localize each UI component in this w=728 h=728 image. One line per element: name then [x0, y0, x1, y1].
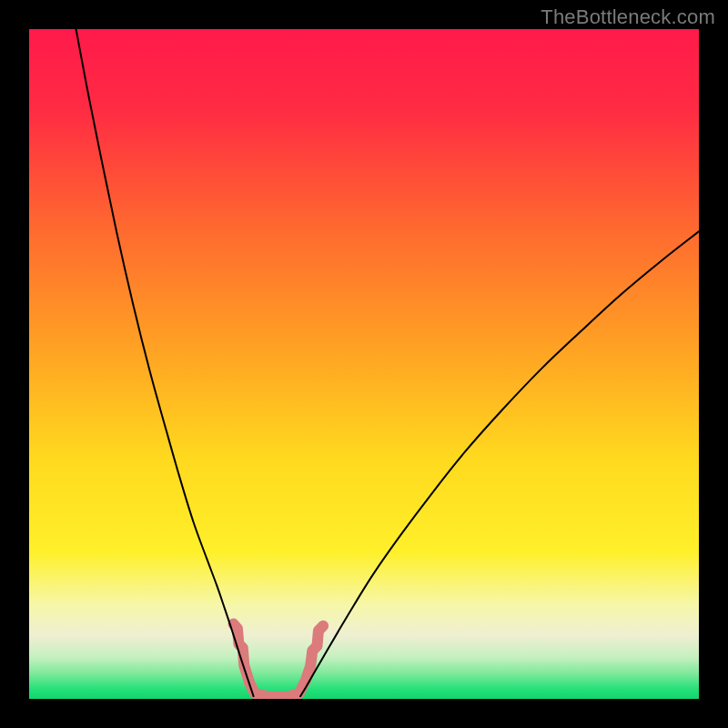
- watermark-text: TheBottleneck.com: [541, 5, 715, 29]
- plot-area: [29, 29, 699, 699]
- chart-frame: TheBottleneck.com: [0, 0, 728, 728]
- gradient-background: [29, 29, 699, 699]
- chart-svg: [29, 29, 699, 699]
